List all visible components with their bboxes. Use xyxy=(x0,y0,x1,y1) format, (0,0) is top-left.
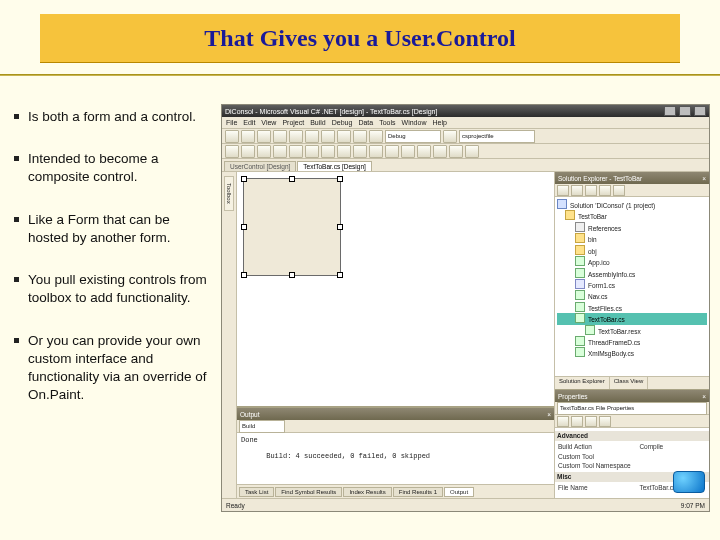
tree-item: bin xyxy=(557,233,707,244)
align-icon[interactable] xyxy=(273,145,287,158)
bottom-tab[interactable]: Find Symbol Results xyxy=(275,487,342,497)
spacing-icon[interactable] xyxy=(385,145,399,158)
minimize-button[interactable] xyxy=(664,106,676,116)
maximize-button[interactable] xyxy=(679,106,691,116)
menu-item[interactable]: Edit xyxy=(243,119,255,126)
cut-icon[interactable] xyxy=(289,130,303,143)
menu-item[interactable]: Data xyxy=(358,119,373,126)
solution-explorer-title: Solution Explorer - TestToBar × xyxy=(555,172,709,184)
design-surface[interactable] xyxy=(237,172,554,406)
properties-icon[interactable] xyxy=(585,416,597,427)
bottom-tab[interactable]: Task List xyxy=(239,487,274,497)
slide-body: Is both a form and a control. Intended t… xyxy=(0,100,720,540)
properties-subject-dropdown[interactable]: TextToBar.cs File Properties xyxy=(557,402,707,415)
redo-icon[interactable] xyxy=(353,130,367,143)
form-icon xyxy=(575,279,585,289)
menu-item[interactable]: Tools xyxy=(379,119,395,126)
slide: That Gives you a User.Control Is both a … xyxy=(0,0,720,540)
resize-handle[interactable] xyxy=(289,176,295,182)
panel-controls: × xyxy=(547,411,551,418)
events-icon[interactable] xyxy=(599,416,611,427)
resize-handle[interactable] xyxy=(241,176,247,182)
toolbox-tab[interactable]: Toolbox xyxy=(224,176,234,211)
bullet-item: Is both a form and a control. xyxy=(14,108,211,126)
undo-icon[interactable] xyxy=(337,130,351,143)
resize-handle[interactable] xyxy=(337,272,343,278)
file-icon xyxy=(575,336,585,346)
bullet-list: Is both a form and a control. Intended t… xyxy=(14,108,211,404)
doc-tab[interactable]: TextToBar.cs [Design] xyxy=(297,161,372,171)
properties-icon[interactable] xyxy=(613,185,625,196)
menu-item[interactable]: Build xyxy=(310,119,326,126)
status-left: Ready xyxy=(226,502,245,509)
prop-category: Advanced xyxy=(555,431,709,441)
config-dropdown[interactable]: Debug xyxy=(385,130,441,143)
output-source-dropdown[interactable]: Build xyxy=(239,420,285,433)
copy-icon[interactable] xyxy=(305,130,319,143)
new-project-icon[interactable] xyxy=(225,130,239,143)
align-icon[interactable] xyxy=(289,145,303,158)
bottom-tab[interactable]: Index Results xyxy=(343,487,391,497)
solution-tree[interactable]: Solution 'DiConsol' (1 project) TestToBa… xyxy=(555,197,709,376)
right-tab[interactable]: Solution Explorer xyxy=(555,377,610,389)
refresh-icon[interactable] xyxy=(585,185,597,196)
menu-item[interactable]: View xyxy=(261,119,276,126)
tree-item: TextToBar.resx xyxy=(557,325,707,336)
bottom-tab[interactable]: Find Results 1 xyxy=(393,487,443,497)
size-icon[interactable] xyxy=(369,145,383,158)
save-icon[interactable] xyxy=(257,130,271,143)
right-tab[interactable]: Class View xyxy=(610,377,649,389)
resize-handle[interactable] xyxy=(241,224,247,230)
menu-item[interactable]: File xyxy=(226,119,237,126)
align-icon[interactable] xyxy=(337,145,351,158)
usercontrol-canvas[interactable] xyxy=(243,178,341,276)
spacing-icon[interactable] xyxy=(401,145,415,158)
layout-icon[interactable] xyxy=(225,145,239,158)
survey-balloon-icon[interactable] xyxy=(673,471,705,493)
tree-item: Solution 'DiConsol' (1 project) xyxy=(557,199,707,210)
align-icon[interactable] xyxy=(321,145,335,158)
start-debug-icon[interactable] xyxy=(369,130,383,143)
bottom-tab[interactable]: Output xyxy=(444,487,474,497)
left-tool-strip: Toolbox xyxy=(222,172,237,498)
show-all-files-icon[interactable] xyxy=(599,185,611,196)
order-icon[interactable] xyxy=(449,145,463,158)
alphabetical-icon[interactable] xyxy=(571,416,583,427)
output-title: Output × xyxy=(237,408,554,420)
menu-item[interactable]: Debug xyxy=(332,119,353,126)
paste-icon[interactable] xyxy=(321,130,335,143)
save-all-icon[interactable] xyxy=(273,130,287,143)
center-icon[interactable] xyxy=(433,145,447,158)
menu-item[interactable]: Help xyxy=(432,119,446,126)
layout-icon[interactable] xyxy=(257,145,271,158)
file-icon xyxy=(585,325,595,335)
size-icon[interactable] xyxy=(353,145,367,158)
properties-view-toolbar xyxy=(555,415,709,428)
resize-handle[interactable] xyxy=(337,176,343,182)
find-dropdown[interactable]: csprojectfile xyxy=(459,130,535,143)
bullet-column: Is both a form and a control. Intended t… xyxy=(0,100,215,540)
categorized-icon[interactable] xyxy=(557,416,569,427)
document-tabs: UserControl [Design] TextToBar.cs [Desig… xyxy=(222,159,709,172)
vs-mid: Toolbox xyxy=(222,172,709,498)
align-icon[interactable] xyxy=(305,145,319,158)
resize-handle[interactable] xyxy=(241,272,247,278)
doc-tab[interactable]: UserControl [Design] xyxy=(224,161,296,171)
open-icon[interactable] xyxy=(241,130,255,143)
resize-handle[interactable] xyxy=(337,224,343,230)
layout-icon[interactable] xyxy=(241,145,255,158)
tree-item: ThreadFrameD.cs xyxy=(557,336,707,347)
close-button[interactable] xyxy=(694,106,706,116)
view-designer-icon[interactable] xyxy=(571,185,583,196)
resize-handle[interactable] xyxy=(289,272,295,278)
view-code-icon[interactable] xyxy=(557,185,569,196)
center-icon[interactable] xyxy=(417,145,431,158)
find-icon[interactable] xyxy=(443,130,457,143)
order-icon[interactable] xyxy=(465,145,479,158)
tree-item: Nav.cs xyxy=(557,290,707,301)
title-band: That Gives you a User.Control xyxy=(40,14,680,62)
tree-item: TestToBar xyxy=(557,210,707,221)
menu-item[interactable]: Window xyxy=(402,119,427,126)
tree-item: App.ico xyxy=(557,256,707,267)
menu-item[interactable]: Project xyxy=(282,119,304,126)
